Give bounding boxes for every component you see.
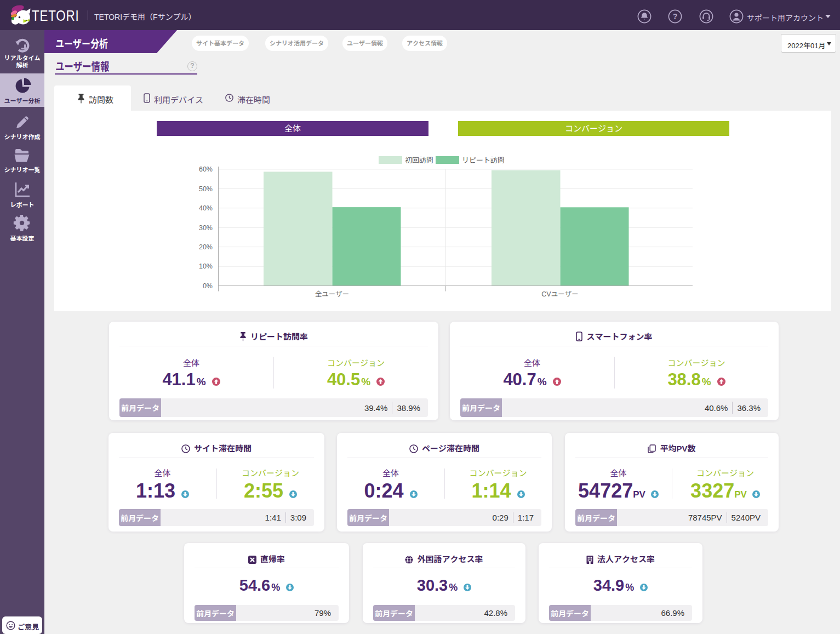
svg-text:CVユーザー: CVユーザー <box>541 290 578 298</box>
svg-text:?: ? <box>673 12 678 21</box>
svg-text:10%: 10% <box>199 262 213 270</box>
svg-text:40%: 40% <box>199 204 213 212</box>
svg-text:20%: 20% <box>199 243 213 251</box>
svg-text:60%: 60% <box>199 165 213 173</box>
svg-text:0%: 0% <box>203 282 213 290</box>
svg-text:30%: 30% <box>199 224 213 232</box>
svg-text:全ユーザー: 全ユーザー <box>315 290 350 298</box>
svg-text:50%: 50% <box>199 185 213 193</box>
